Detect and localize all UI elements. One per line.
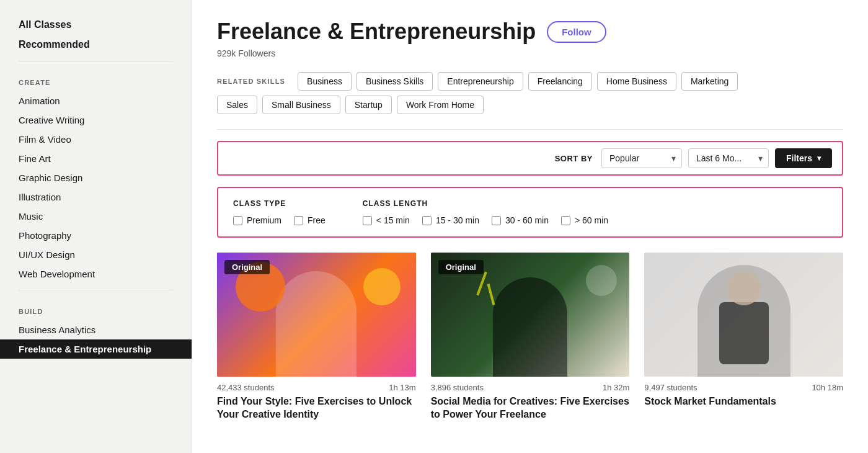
related-skills-label: RELATED SKILLS	[217, 78, 285, 85]
course-meta-1: 42,433 students 1h 13m	[217, 377, 416, 395]
filter-free-label: Free	[308, 215, 326, 225]
filter-30-60-label: 30 - 60 min	[505, 215, 549, 225]
filter-gt60[interactable]: > 60 min	[561, 215, 608, 225]
course-title-2: Social Media for Creatives: Five Exercis…	[431, 395, 630, 421]
original-badge-1: Original	[224, 260, 270, 274]
sidebar-item-film-video[interactable]: Film & Video	[0, 130, 192, 149]
sidebar-item-music[interactable]: Music	[0, 207, 192, 226]
sidebar-item-photography[interactable]: Photography	[0, 226, 192, 245]
course-students-1: 42,433 students	[217, 383, 275, 392]
class-type-label: CLASS TYPE	[233, 199, 326, 208]
skill-work-from-home[interactable]: Work From Home	[397, 96, 484, 114]
sidebar-divider-1	[19, 61, 173, 61]
course-thumb-1: Original	[217, 253, 416, 377]
sidebar-section-build: BUILD	[0, 297, 192, 320]
course-meta-2: 3,896 students 1h 32m	[431, 377, 630, 395]
time-select-wrapper: Last 6 Mo... All Time Last Month Last Ye…	[688, 148, 769, 168]
page-header: Freelance & Entrepreneurship Follow	[217, 19, 843, 45]
course-meta-3: 9,497 students 10h 18m	[644, 377, 843, 395]
skill-sales[interactable]: Sales	[217, 96, 257, 114]
sidebar-item-freelance[interactable]: Freelance & Entrepreneurship	[0, 339, 192, 359]
filter-group-class-length: CLASS LENGTH < 15 min 15 - 30 min 30 - 6…	[363, 199, 608, 225]
follow-button[interactable]: Follow	[547, 21, 606, 43]
skill-startup[interactable]: Startup	[345, 96, 392, 114]
sidebar-item-graphic-design[interactable]: Graphic Design	[0, 168, 192, 187]
filters-label: Filters	[786, 153, 812, 163]
filter-lt15-checkbox[interactable]	[363, 216, 372, 225]
sidebar-divider-2	[19, 290, 173, 290]
course-students-3: 9,497 students	[644, 383, 697, 392]
filter-panel: CLASS TYPE Premium Free CLASS LENGTH < 1…	[217, 187, 843, 238]
class-type-options: Premium Free	[233, 215, 326, 225]
skill-entrepreneurship[interactable]: Entrepreneurship	[438, 72, 523, 91]
filters-chevron-icon: ▾	[817, 154, 821, 163]
related-skills-section: RELATED SKILLS Business Business Skills …	[217, 72, 843, 114]
filters-button[interactable]: Filters ▾	[775, 148, 832, 168]
filter-group-class-type: CLASS TYPE Premium Free	[233, 199, 326, 225]
skill-marketing[interactable]: Marketing	[681, 72, 738, 91]
filter-gt60-label: > 60 min	[575, 215, 608, 225]
filter-30-60[interactable]: 30 - 60 min	[492, 215, 549, 225]
course-duration-1: 1h 13m	[389, 383, 415, 392]
followers-count: 929k Followers	[217, 48, 843, 58]
sort-label: SORT BY	[555, 154, 593, 163]
section-divider	[217, 129, 843, 130]
sidebar-item-business-analytics[interactable]: Business Analytics	[0, 320, 192, 339]
sort-select[interactable]: Popular Trending New Top Rated	[601, 148, 682, 168]
skill-business[interactable]: Business	[298, 72, 352, 91]
skill-home-business[interactable]: Home Business	[597, 72, 676, 91]
course-thumb-3	[644, 253, 843, 377]
skill-small-business[interactable]: Small Business	[262, 96, 340, 114]
skill-freelancing[interactable]: Freelancing	[528, 72, 592, 91]
filter-lt15-label: < 15 min	[376, 215, 410, 225]
sidebar-item-recommended[interactable]: Recommended	[0, 35, 192, 55]
sidebar-item-ui-ux[interactable]: UI/UX Design	[0, 245, 192, 264]
course-card-2[interactable]: Original 3,896 students 1h 32m Social Me…	[431, 253, 630, 421]
filter-15-30-label: 15 - 30 min	[436, 215, 479, 225]
filter-premium-label: Premium	[247, 215, 281, 225]
sidebar-item-illustration[interactable]: Illustration	[0, 187, 192, 207]
original-badge-2: Original	[438, 260, 484, 274]
skill-business-skills[interactable]: Business Skills	[356, 72, 433, 91]
class-length-options: < 15 min 15 - 30 min 30 - 60 min > 60 mi…	[363, 215, 608, 225]
time-select[interactable]: Last 6 Mo... All Time Last Month Last Ye…	[688, 148, 769, 168]
course-card-1[interactable]: Original 42,433 students 1h 13m Find You…	[217, 253, 416, 421]
sidebar-item-creative-writing[interactable]: Creative Writing	[0, 110, 192, 130]
filter-15-30[interactable]: 15 - 30 min	[422, 215, 479, 225]
filter-premium-checkbox[interactable]	[233, 216, 242, 225]
sidebar-item-fine-art[interactable]: Fine Art	[0, 149, 192, 168]
course-title-3: Stock Market Fundamentals	[644, 395, 843, 408]
main-content: Freelance & Entrepreneurship Follow 929k…	[192, 0, 868, 453]
sidebar-item-web-dev[interactable]: Web Development	[0, 264, 192, 284]
filter-gt60-checkbox[interactable]	[561, 216, 570, 225]
sort-filter-bar: SORT BY Popular Trending New Top Rated L…	[217, 141, 843, 176]
course-thumb-2: Original	[431, 253, 630, 377]
courses-grid: Original 42,433 students 1h 13m Find You…	[217, 253, 843, 421]
filter-30-60-checkbox[interactable]	[492, 216, 501, 225]
filter-lt15[interactable]: < 15 min	[363, 215, 410, 225]
filter-premium[interactable]: Premium	[233, 215, 281, 225]
sidebar-item-animation[interactable]: Animation	[0, 91, 192, 110]
filter-free[interactable]: Free	[294, 215, 326, 225]
filter-free-checkbox[interactable]	[294, 216, 303, 225]
page-title: Freelance & Entrepreneurship	[217, 19, 536, 45]
course-duration-2: 1h 32m	[603, 383, 629, 392]
course-title-1: Find Your Style: Five Exercises to Unloc…	[217, 395, 416, 421]
class-length-label: CLASS LENGTH	[363, 199, 608, 208]
course-card-3[interactable]: 9,497 students 10h 18m Stock Market Fund…	[644, 253, 843, 421]
skills-row-2: Sales Small Business Startup Work From H…	[217, 96, 843, 114]
course-duration-3: 10h 18m	[812, 383, 843, 392]
sidebar-section-create: CREATE	[0, 68, 192, 91]
sidebar-item-all-classes[interactable]: All Classes	[0, 15, 192, 35]
skills-row-1: Business Business Skills Entrepreneurshi…	[298, 72, 738, 91]
course-students-2: 3,896 students	[431, 383, 484, 392]
sort-select-wrapper: Popular Trending New Top Rated	[601, 148, 682, 168]
sidebar: All Classes Recommended CREATE Animation…	[0, 0, 192, 453]
filter-15-30-checkbox[interactable]	[422, 216, 432, 225]
